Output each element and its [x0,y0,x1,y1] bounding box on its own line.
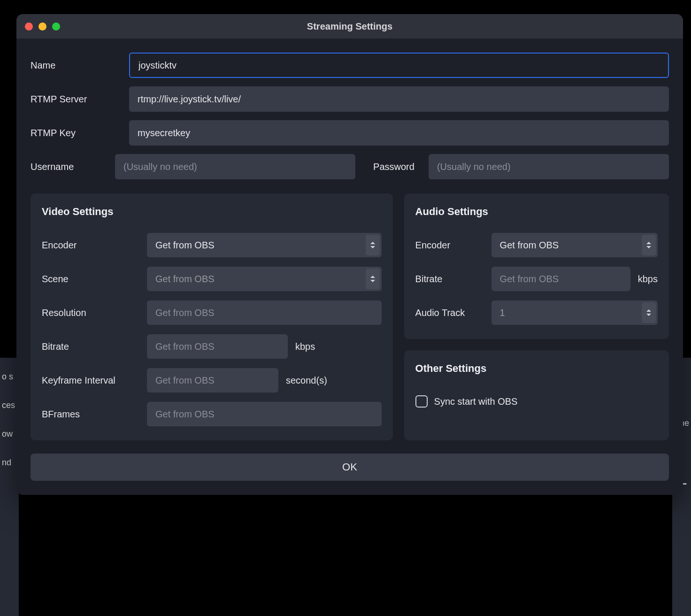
audio-settings-title: Audio Settings [415,206,658,218]
audio-encoder-select[interactable]: Get from OBS [491,233,658,257]
audio-bitrate-input[interactable] [491,267,630,291]
video-encoder-select[interactable]: Get from OBS [147,233,382,257]
video-settings-panel: Video Settings Encoder Get from OBS Scen… [31,193,393,440]
video-bframes-label: BFrames [42,409,141,420]
bg-text: nd [0,448,19,477]
video-bitrate-row: Bitrate kbps [42,334,382,359]
video-scene-label: Scene [42,274,141,285]
streaming-settings-modal: Streaming Settings Name RTMP Server RTMP… [16,14,683,495]
rtmp-key-row: RTMP Key [31,120,669,146]
rtmp-key-label: RTMP Key [31,128,120,139]
stepper-icon[interactable] [642,302,656,323]
sync-checkbox[interactable] [415,395,428,408]
rtmp-server-label: RTMP Server [31,94,120,105]
settings-panels: Video Settings Encoder Get from OBS Scen… [31,193,669,440]
titlebar: Streaming Settings [16,14,683,38]
video-bframes-row: BFrames [42,402,382,426]
background-sidebar: o s ces ow nd [0,358,19,616]
name-label: Name [31,60,120,71]
other-settings-title: Other Settings [415,362,658,375]
video-keyframe-row: Keyframe Interval second(s) [42,368,382,393]
password-input[interactable] [429,154,669,179]
bg-text: o s [0,362,19,391]
video-bitrate-label: Bitrate [42,341,141,352]
video-settings-title: Video Settings [42,206,382,218]
audio-settings-panel: Audio Settings Encoder Get from OBS Bitr… [404,193,669,339]
video-encoder-row: Encoder Get from OBS [42,233,382,257]
sync-checkbox-row[interactable]: Sync start with OBS [415,395,658,408]
stepper-icon[interactable] [366,235,380,255]
right-column: Audio Settings Encoder Get from OBS Bitr… [404,193,669,440]
name-row: Name [31,53,669,78]
credentials-row: Username Password [31,154,669,179]
video-encoder-label: Encoder [42,240,141,251]
audio-track-label: Audio Track [415,308,486,318]
video-keyframe-unit: second(s) [286,375,327,386]
video-bframes-input[interactable] [147,402,382,426]
video-keyframe-label: Keyframe Interval [42,375,141,386]
bg-text: ow [0,420,19,448]
ok-button[interactable]: OK [31,454,669,481]
rtmp-key-input[interactable] [129,120,669,146]
video-bitrate-input[interactable] [147,334,288,359]
audio-encoder-label: Encoder [415,240,486,251]
video-scene-value: Get from OBS [155,274,215,285]
other-settings-panel: Other Settings Sync start with OBS [404,350,669,440]
sync-checkbox-label: Sync start with OBS [434,396,518,407]
video-encoder-value: Get from OBS [155,240,215,251]
username-input[interactable] [115,154,355,179]
audio-bitrate-unit: kbps [638,274,658,285]
audio-bitrate-label: Bitrate [415,274,486,285]
modal-content: Name RTMP Server RTMP Key Username Passw… [16,38,683,495]
video-resolution-row: Resolution [42,300,382,325]
video-bitrate-unit: kbps [295,341,315,352]
video-resolution-input[interactable] [147,300,382,325]
stepper-icon[interactable] [642,235,656,255]
username-label: Username [31,162,106,172]
audio-track-select[interactable]: 1 [491,300,658,325]
video-scene-row: Scene Get from OBS [42,267,382,291]
stepper-icon[interactable] [366,269,380,289]
audio-encoder-row: Encoder Get from OBS [415,233,658,257]
audio-track-row: Audio Track 1 [415,300,658,325]
audio-track-value: 1 [500,308,505,318]
audio-encoder-value: Get from OBS [500,240,559,251]
video-keyframe-input[interactable] [147,368,278,393]
password-label: Password [365,162,419,172]
rtmp-server-row: RTMP Server [31,86,669,112]
bg-text: ces [0,391,19,420]
video-scene-select[interactable]: Get from OBS [147,267,382,291]
window-title: Streaming Settings [16,21,683,32]
audio-bitrate-row: Bitrate kbps [415,267,658,291]
name-input[interactable] [129,53,669,78]
video-resolution-label: Resolution [42,308,141,318]
rtmp-server-input[interactable] [129,86,669,112]
